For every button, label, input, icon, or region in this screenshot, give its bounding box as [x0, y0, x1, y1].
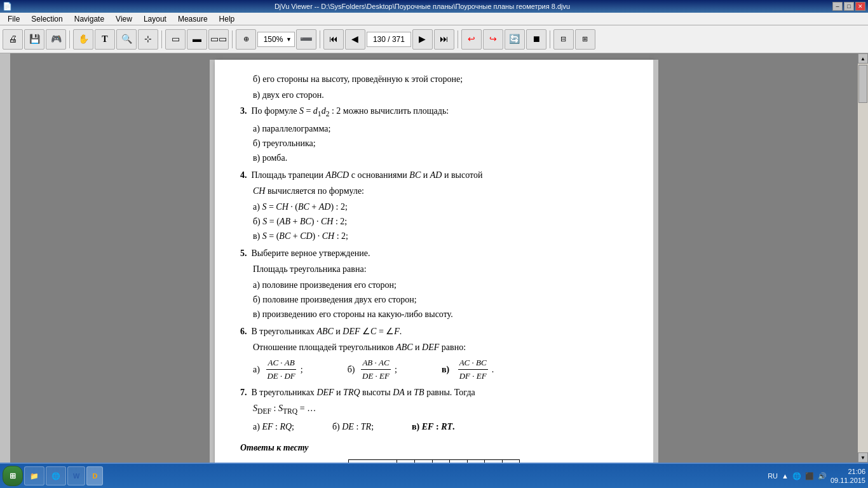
answers-section: Ответы к тесту 1 2 3 4 5 6 7: [240, 441, 628, 463]
item-5-title: 5. Выберите верное утверждение.: [240, 247, 628, 260]
forward-button[interactable]: ↪: [483, 29, 503, 50]
refresh-button[interactable]: 🔄: [505, 29, 525, 50]
toolbar: 🖨 💾 🎮 ✋ T 🔍 ⊹ ▭ ▬ ▭▭ ⊕ ▼ ➖ ⏮ ◀ ▶ ⏭ ↩ ↪ 🔄…: [0, 25, 868, 53]
line-v: в) двух его сторон.: [240, 88, 628, 102]
scroll-thumb[interactable]: [858, 65, 867, 103]
start-icon: ⊞: [10, 471, 16, 480]
select-tool-button[interactable]: ⊹: [138, 29, 158, 50]
taskbar: ⊞ 📁 🌐 W D RU ▲ 🌐 ⬛ 🔊 21:06 09.11.2015: [0, 463, 868, 488]
print-button[interactable]: 🖨: [3, 29, 23, 50]
taskbar-right: RU ▲ 🌐 ⬛ 🔊 21:06 09.11.2015: [768, 467, 865, 485]
up-arrow-icon: ▲: [782, 472, 789, 480]
menu-selection[interactable]: Selection: [26, 13, 67, 25]
joystick-button[interactable]: 🎮: [46, 29, 66, 50]
maximize-button[interactable]: □: [844, 2, 854, 11]
titlebar-controls: – □ ✕: [832, 2, 865, 11]
taskbar-app-djvu[interactable]: D: [86, 466, 103, 485]
zoom-in-button[interactable]: 🔍: [116, 29, 137, 50]
scroll-track[interactable]: [858, 64, 868, 452]
item-5v: в) произведению его стороны на какую-либ…: [240, 308, 628, 321]
taskbar-clock: 21:06 09.11.2015: [831, 467, 865, 485]
page-wrapper: б) его стороны на высоту, проведённую к …: [210, 60, 658, 463]
item-7a: а) EF : RQ;: [253, 420, 294, 433]
taskbar-app-chrome[interactable]: 🌐: [46, 466, 66, 485]
menu-navigate[interactable]: Navigate: [69, 13, 109, 25]
left-scroll: [0, 53, 10, 463]
fraction-6a: AC · AB DE · DF: [266, 356, 296, 382]
item-6-subtitle: Отношение площадей треугольников ABC и D…: [240, 341, 628, 354]
document-area: б) его стороны на высоту, проведённую к …: [10, 53, 858, 463]
zoom-type-button[interactable]: ⊕: [236, 29, 256, 50]
titlebar-title: DjVu Viewer -- D:\SysFolders\Desktop\Поу…: [275, 3, 570, 10]
zoom-dropdown-icon[interactable]: ▼: [286, 36, 292, 43]
item-7-options: а) EF : RQ; б) DE : TR; в) EF : RT.: [240, 420, 628, 433]
item-5: 5. Выберите верное утверждение. Площадь …: [240, 247, 628, 321]
fit-width-button[interactable]: ⊟: [553, 29, 574, 50]
menu-view[interactable]: View: [111, 13, 137, 25]
item-4: 4. Площадь трапеции ABCD с основаниями B…: [240, 168, 628, 243]
scroll-up-button[interactable]: ▲: [858, 53, 868, 64]
item-3v: в) ромба.: [240, 151, 628, 165]
item-7-title: 7. В треугольниках DEF и TRQ высоты DA и…: [240, 386, 628, 399]
clock-time: 21:06: [831, 467, 865, 476]
item-3-title: 3. По формуле S = d1d2 : 2 можно вычисли…: [240, 104, 628, 119]
lang-indicator: RU: [768, 472, 778, 480]
taskbar-app-explorer[interactable]: 📁: [24, 466, 44, 485]
item-7b: б) DE : TR;: [332, 420, 374, 433]
minimize-button[interactable]: –: [832, 2, 843, 11]
single-page-button[interactable]: ▭: [165, 29, 186, 50]
next-page-button[interactable]: ▶: [412, 29, 433, 50]
menu-layout[interactable]: Layout: [139, 13, 172, 25]
item-6: 6. В треугольниках ABC и DEF ∠C = ∠F. От…: [240, 325, 628, 382]
network-icon: 🌐: [792, 472, 801, 480]
stop-button[interactable]: ⏹: [526, 29, 546, 50]
item-3a: а) параллелограмма;: [240, 122, 628, 135]
start-button[interactable]: ⊞: [3, 466, 23, 486]
word-icon: W: [73, 472, 79, 480]
clock-date: 09.11.2015: [831, 476, 865, 485]
page-input[interactable]: [370, 35, 408, 44]
fraction-6b: AB · AC DE · EF: [361, 356, 391, 382]
item-6a: а) AC · AB DE · DF ;: [253, 356, 303, 382]
item-3: 3. По формуле S = d1d2 : 2 можно вычисли…: [240, 104, 628, 165]
first-page-button[interactable]: ⏮: [323, 29, 344, 50]
zoom-input[interactable]: [261, 35, 286, 44]
save-button[interactable]: 💾: [24, 29, 44, 50]
prev-page-button[interactable]: ◀: [345, 29, 365, 50]
fraction-6v: AC · BC DF · EF: [458, 356, 488, 382]
titlebar-icon: 📄: [3, 2, 12, 11]
side-by-side-button[interactable]: ▭▭: [208, 29, 229, 50]
item-7: 7. В треугольниках DEF и TRQ высоты DA и…: [240, 386, 628, 433]
menu-measure[interactable]: Measure: [173, 13, 213, 25]
menubar: File Selection Navigate View Layout Meas…: [0, 13, 868, 25]
scroll-down-button[interactable]: ▼: [858, 452, 868, 463]
menu-file[interactable]: File: [3, 13, 25, 25]
continuous-button[interactable]: ▬: [187, 29, 207, 50]
page: б) его стороны на высоту, проведённую к …: [215, 60, 653, 463]
item-7-subtitle: SDEF : STRQ = …: [240, 402, 628, 417]
thumbnails-button[interactable]: ⊞: [575, 29, 595, 50]
item-4b: б) S = (AB + BC) · CH : 2;: [240, 215, 628, 228]
close-button[interactable]: ✕: [855, 2, 865, 11]
zoom-out-button[interactable]: ➖: [296, 29, 316, 50]
item-5b: б) половине произведения двух его сторон…: [240, 293, 628, 306]
item-6-title: 6. В треугольниках ABC и DEF ∠C = ∠F.: [240, 325, 628, 338]
item-4v: в) S = (BC + CD) · CH : 2;: [240, 229, 628, 243]
taskbar-app-word[interactable]: W: [67, 466, 85, 485]
item-3b: б) треугольника;: [240, 137, 628, 150]
chrome-icon: 🌐: [51, 472, 60, 480]
titlebar: 📄 DjVu Viewer -- D:\SysFolders\Desktop\П…: [0, 0, 868, 13]
hand-tool-button[interactable]: ✋: [73, 29, 93, 50]
item-5a: а) половине произведения его сторон;: [240, 278, 628, 292]
item-5-subtitle: Площадь треугольника равна:: [240, 262, 628, 276]
back-button[interactable]: ↩: [461, 29, 482, 50]
item-7v: в) EF : RT.: [412, 420, 454, 433]
menu-help[interactable]: Help: [214, 13, 240, 25]
last-page-button[interactable]: ⏭: [434, 29, 454, 50]
item-6-options: а) AC · AB DE · DF ; б): [253, 356, 628, 382]
explorer-icon: 📁: [30, 472, 39, 480]
text-tool-button[interactable]: T: [95, 29, 115, 50]
doc-content: б) его стороны на высоту, проведённую к …: [240, 72, 628, 463]
item-6v: в) AC · BC DF · EF .: [442, 356, 494, 382]
page-left-bar: [210, 60, 215, 463]
